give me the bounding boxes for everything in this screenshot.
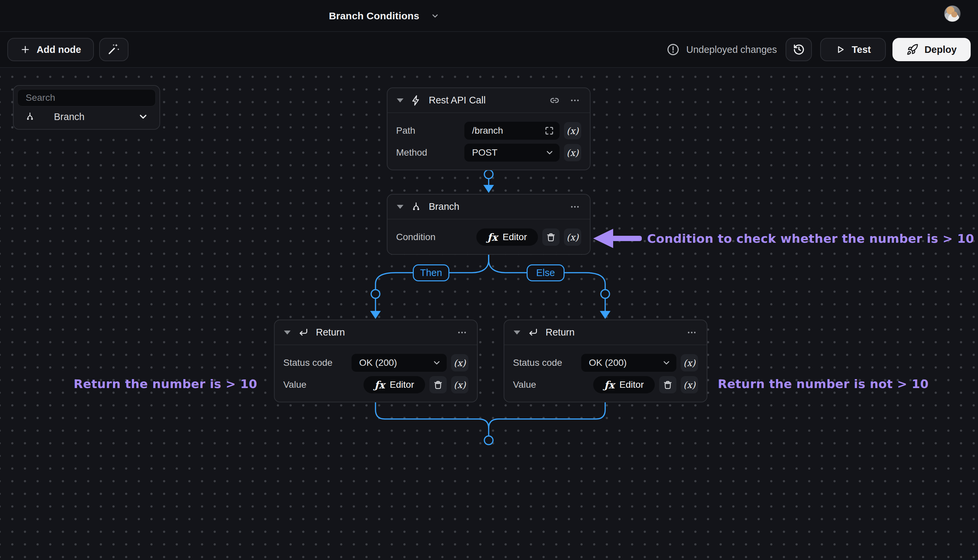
chevron-down-icon (432, 358, 441, 367)
node-menu-icon[interactable] (456, 327, 468, 338)
add-node-label: Add node (37, 44, 81, 55)
node-branch[interactable]: Branch Condition ƒx Editor (387, 194, 590, 255)
deploy-label: Deploy (925, 44, 957, 55)
node-rest-api-call[interactable]: Rest API Call Path /branch (387, 87, 590, 170)
history-button[interactable] (786, 38, 812, 61)
collapse-caret-icon[interactable] (397, 98, 403, 102)
port-then[interactable] (371, 290, 380, 298)
variable-badge-glyph: (x) (567, 126, 578, 136)
collapse-caret-icon[interactable] (284, 330, 291, 335)
field-label: Method (396, 147, 427, 158)
variable-badge-button[interactable]: (x) (681, 376, 698, 393)
arrowhead-branch-input (483, 185, 494, 193)
edge-label-then[interactable]: Then (413, 264, 450, 281)
value-editor-button[interactable]: ƒx Editor (593, 376, 655, 393)
node-title: Return (546, 327, 575, 338)
branch-icon (410, 201, 422, 212)
test-button[interactable]: Test (820, 38, 886, 61)
port-rest-api-output[interactable] (484, 170, 493, 178)
flow-canvas[interactable]: Branch Rest API Call Pat (0, 68, 978, 559)
delete-button[interactable] (430, 376, 447, 393)
variable-badge-glyph: (x) (567, 148, 578, 158)
plus-icon (20, 44, 31, 55)
editor-button-label: Editor (390, 380, 414, 390)
node-menu-icon[interactable] (569, 201, 580, 212)
expand-icon[interactable] (544, 126, 554, 136)
wand-sparkles-icon (107, 43, 120, 56)
zap-icon (410, 95, 422, 106)
variable-badge-button[interactable]: (x) (681, 354, 698, 372)
return-icon (298, 327, 309, 338)
arrowhead-return-then (370, 311, 381, 319)
status-code-select[interactable]: OK (200) (351, 354, 447, 372)
field-label: Value (513, 380, 536, 390)
chevron-down-icon (431, 12, 440, 20)
node-title: Branch (429, 201, 460, 212)
status-code-value: OK (200) (589, 357, 662, 368)
trash-icon (663, 380, 673, 390)
condition-editor-button[interactable]: ƒx Editor (476, 228, 538, 246)
rocket-icon (906, 43, 918, 55)
editor-button-label: Editor (503, 232, 527, 242)
node-title: Rest API Call (429, 95, 486, 106)
path-input[interactable]: /branch (464, 122, 560, 140)
variable-badge-glyph: (x) (684, 358, 695, 368)
add-node-button[interactable]: Add node (7, 38, 94, 61)
toolbar: Add node Undeployed changes (0, 32, 978, 68)
field-row-value: Value ƒx Editor (x) (513, 376, 698, 394)
chevron-down-icon (545, 148, 554, 157)
delete-button[interactable] (659, 376, 676, 393)
palette-item-branch[interactable]: Branch (17, 107, 156, 127)
port-else[interactable] (601, 290, 610, 298)
field-row-status-code: Status code OK (200) (x) (513, 354, 698, 372)
workflow-title-dropdown[interactable]: Branch Conditions (329, 0, 440, 32)
node-return-else[interactable]: Return Status code OK (200) (504, 320, 707, 402)
node-menu-icon[interactable] (686, 327, 697, 338)
variable-badge-button[interactable]: (x) (564, 122, 581, 139)
deploy-button[interactable]: Deploy (893, 38, 971, 61)
avatar[interactable] (944, 5, 961, 22)
branch-icon (25, 112, 35, 122)
search-input[interactable] (17, 89, 156, 107)
edge-label-else[interactable]: Else (527, 264, 565, 281)
edge-merge-left (376, 402, 489, 436)
field-label: Status code (283, 357, 333, 368)
history-icon (792, 43, 805, 56)
node-header: Rest API Call (388, 88, 590, 113)
port-merge-output[interactable] (484, 436, 493, 445)
test-label: Test (852, 44, 871, 55)
status-code-select[interactable]: OK (200) (581, 354, 676, 372)
node-menu-icon[interactable] (569, 95, 580, 106)
method-value: POST (472, 147, 545, 158)
node-header: Return (275, 320, 477, 345)
status-code-value: OK (200) (359, 357, 432, 368)
collapse-caret-icon[interactable] (514, 330, 520, 335)
field-label: Path (396, 125, 415, 136)
collapse-caret-icon[interactable] (397, 205, 403, 209)
title-bar: Branch Conditions (0, 0, 978, 32)
variable-badge-button[interactable]: (x) (564, 228, 581, 246)
undeployed-changes-label: Undeployed changes (686, 44, 777, 55)
chevron-down-icon (662, 358, 671, 367)
variable-badge-button[interactable]: (x) (451, 376, 468, 393)
method-select[interactable]: POST (464, 144, 560, 162)
field-row-method: Method POST (x) (396, 144, 581, 162)
node-header: Return (504, 320, 707, 345)
arrowhead-return-else (600, 311, 610, 319)
node-return-then[interactable]: Return Status code OK (200) (274, 320, 478, 402)
variable-badge-glyph: (x) (684, 380, 695, 390)
field-row-path: Path /branch (x) (396, 122, 581, 140)
node-palette: Branch (13, 85, 160, 130)
value-editor-button[interactable]: ƒx Editor (363, 376, 425, 393)
fx-icon: ƒx (604, 379, 615, 391)
link-icon[interactable] (548, 95, 560, 107)
variable-badge-glyph: (x) (567, 232, 578, 242)
ai-wand-button[interactable] (99, 38, 129, 61)
annotation-arrow (593, 229, 642, 248)
delete-button[interactable] (542, 228, 560, 246)
path-value: /branch (472, 125, 544, 136)
variable-badge-button[interactable]: (x) (451, 354, 468, 372)
fx-icon: ƒx (487, 232, 498, 243)
variable-badge-button[interactable]: (x) (564, 144, 581, 161)
alert-circle-icon (666, 43, 680, 56)
